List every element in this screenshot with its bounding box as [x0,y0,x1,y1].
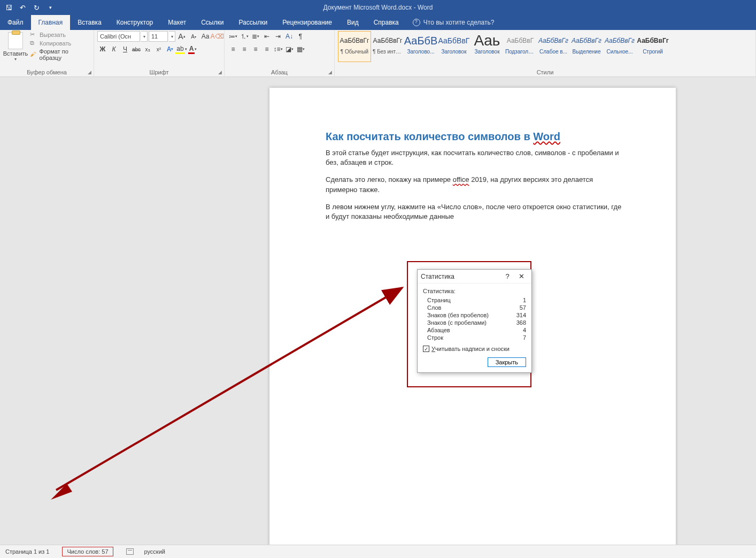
doc-paragraph-2[interactable]: Сделать это легко, покажу на примере off… [326,175,622,194]
align-left-button[interactable]: ≡ [228,44,238,55]
bold-button[interactable]: Ж [97,44,108,55]
language-indicator[interactable]: русский [139,545,171,558]
style-item[interactable]: АаБбВвГгСтрогий [636,31,669,62]
styles-gallery[interactable]: АаБбВвГг¶ ОбычныйАаБбВвГг¶ Без инте...Аа… [338,31,669,62]
copy-button[interactable]: ⧉Копировать [30,40,90,47]
style-item[interactable]: АаБбВвГгСлабое в... [537,31,570,62]
font-size-input[interactable]: 11 [149,31,168,42]
style-item[interactable]: AаьЗаголовок [470,31,504,62]
save-icon[interactable]: 🖫 [4,3,13,12]
tab-references[interactable]: Ссылки [194,15,231,30]
style-item[interactable]: АаБбВвГгВыделение [570,31,603,62]
font-color-button[interactable]: A▾ [187,44,198,55]
align-right-button[interactable]: ≡ [250,44,261,55]
multilevel-button[interactable]: ≣▾ [250,31,261,42]
justify-button[interactable]: ≡ [261,44,272,55]
tab-design[interactable]: Конструктор [109,15,160,30]
dialog-help-button[interactable]: ? [500,271,514,282]
style-item[interactable]: АаБбВвГПодзаголо... [504,31,537,62]
stat-key: Знаков (с пробелами) [427,319,487,326]
tab-insert[interactable]: Вставка [70,15,109,30]
scissors-icon: ✂ [30,31,37,39]
decrease-indent-button[interactable]: ⇤ [261,31,272,42]
doc-paragraph-3[interactable]: В левом нижнем углу, нажмите на «Число с… [326,202,622,221]
redo-icon[interactable]: ↻ [32,3,41,12]
cut-button[interactable]: ✂Вырезать [30,31,90,39]
style-item[interactable]: АаБбВЗаголово... [404,31,437,62]
numbering-button[interactable]: ⒈▾ [239,31,250,42]
underline-button[interactable]: Ч [120,44,130,55]
group-clipboard: Вставить ▾ ✂Вырезать ⧉Копировать 🖌Формат… [0,30,94,77]
tell-me[interactable]: Что вы хотите сделать? [406,15,501,30]
shrink-font-button[interactable]: A▾ [188,31,199,42]
page-indicator[interactable]: Страница 1 из 1 [0,545,55,558]
paste-label: Вставить [3,50,28,57]
paste-button[interactable]: Вставить ▾ [3,31,28,62]
style-name: Сильное... [605,49,635,55]
brush-icon: 🖌 [30,51,37,58]
superscript-button[interactable]: x² [153,44,164,55]
clear-formatting-button[interactable]: A⌫ [212,31,222,42]
font-name-dropdown[interactable]: ▾ [141,31,148,42]
undo-icon[interactable]: ↶ [18,3,27,12]
style-name: Заголовок [472,49,502,55]
text-effects-button[interactable]: A▾ [165,44,175,55]
style-item[interactable]: АаБбВвГгСильное... [603,31,636,62]
document-canvas[interactable]: Как посчитать количество символов в Word… [0,77,756,545]
align-center-button[interactable]: ≡ [239,44,250,55]
stat-row: Знаков (без пробелов)314 [423,311,526,319]
strike-button[interactable]: abc [131,44,142,55]
styles-group-label: Стили [338,69,752,77]
increase-indent-button[interactable]: ⇥ [273,31,283,42]
style-preview: АаБбВвГг [637,33,668,49]
stat-row: Строк7 [423,334,526,341]
font-dialog-launcher[interactable]: ◢ [217,69,223,75]
show-marks-button[interactable]: ¶ [295,31,306,42]
qat-customize-icon[interactable]: ▾ [46,3,55,12]
group-paragraph: ≔▾ ⒈▾ ≣▾ ⇤ ⇥ A↓ ¶ ≡ ≡ ≡ ≡ ↕≡▾ ◪▾ ▦▾ [225,30,335,77]
style-item[interactable]: АаБбВвГг¶ Без инте... [371,31,404,62]
shading-button[interactable]: ◪▾ [284,44,295,55]
sort-button[interactable]: A↓ [284,31,295,42]
tab-view[interactable]: Вид [340,15,366,30]
doc-heading[interactable]: Как посчитать количество символов в Word [326,131,622,143]
chevron-down-icon: ▾ [14,57,17,62]
bullets-button[interactable]: ≔▾ [228,31,238,42]
doc-paragraph-1[interactable]: В этой статье будет инструкция, как посч… [326,148,622,167]
tab-layout[interactable]: Макет [160,15,194,30]
svg-marker-3 [51,484,72,500]
font-name-input[interactable]: Calibri (Осн [97,31,140,42]
italic-button[interactable]: К [109,44,119,55]
stat-row: Слов57 [423,304,526,311]
highlight-button[interactable]: ab▾ [176,44,187,55]
tab-file[interactable]: Файл [0,15,31,30]
dialog-close-button[interactable]: ✕ [514,271,528,282]
style-name: Заголовок [439,49,469,55]
clipboard-dialog-launcher[interactable]: ◢ [86,69,92,75]
style-name: Подзаголо... [505,49,535,55]
stat-value: 57 [520,304,526,311]
quick-access-toolbar: 🖫 ↶ ↻ ▾ [0,3,55,12]
grow-font-button[interactable]: A▴ [176,31,187,42]
style-item[interactable]: АаБбВвГЗаголовок [437,31,470,62]
paragraph-dialog-launcher[interactable]: ◢ [327,69,333,75]
tab-help[interactable]: Справка [366,15,406,30]
font-size-dropdown[interactable]: ▾ [169,31,175,42]
stat-row: Знаков (с пробелами)368 [423,319,526,326]
change-case-button[interactable]: Aa [200,31,211,42]
font-group-label: Шрифт [97,69,221,77]
style-item[interactable]: АаБбВвГг¶ Обычный [338,31,371,62]
clipboard-group-label: Буфер обмена [3,69,90,77]
format-painter-button[interactable]: 🖌Формат по образцу [30,48,90,61]
tab-home[interactable]: Главная [31,15,71,30]
line-spacing-button[interactable]: ↕≡▾ [273,44,283,55]
proofing-button[interactable] [121,545,139,558]
tab-review[interactable]: Рецензирование [275,15,340,30]
tab-mailings[interactable]: Рассылки [231,15,275,30]
dialog-titlebar[interactable]: Статистика ? ✕ [418,270,531,284]
close-button[interactable]: Закрыть [488,357,526,367]
word-count[interactable]: Число слов: 57 [55,545,120,558]
include-footnotes-checkbox[interactable]: ✓ Учитывать надписи и сноски [423,346,526,352]
subscript-button[interactable]: x₂ [142,44,153,55]
borders-button[interactable]: ▦▾ [295,44,306,55]
